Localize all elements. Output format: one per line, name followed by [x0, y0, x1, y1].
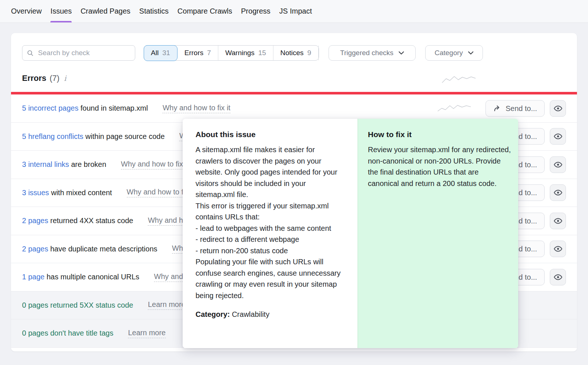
nav-tab-label: Issues [50, 7, 72, 15]
issue-row-controls: Send to... [438, 100, 566, 117]
segment-label: Notices [280, 49, 304, 57]
eye-icon [553, 132, 563, 141]
segment-count: 9 [307, 49, 311, 57]
view-issue-button[interactable] [550, 100, 566, 117]
view-issue-button[interactable] [550, 156, 566, 173]
nav-tab[interactable]: Statistics [139, 0, 169, 22]
eye-icon [553, 216, 563, 225]
issue-text: 2 pages have duplicate meta descriptions [22, 245, 157, 253]
issue-description: with mixed content [49, 189, 112, 197]
issue-text: 5 incorrect pages found in sitemap.xml [22, 104, 148, 112]
nav-tab-label: Statistics [139, 7, 169, 15]
view-issue-button[interactable] [550, 128, 566, 145]
nav-tab[interactable]: JS Impact [279, 0, 312, 22]
issue-count-link[interactable]: 1 page [22, 273, 44, 281]
issue-details-popup: About this issue A sitemap.xml file make… [183, 119, 518, 348]
share-arrow-icon [493, 104, 502, 112]
eye-icon [553, 272, 563, 282]
top-nav: Overview Issues Crawled Pages Statistics… [0, 0, 588, 23]
eye-icon [553, 104, 563, 113]
how-to-fix-panel: How to fix it Review your sitemap.xml fo… [358, 119, 518, 348]
about-issue-panel: About this issue A sitemap.xml file make… [183, 119, 358, 348]
segment-label: Errors [184, 49, 204, 57]
issue-help-link[interactable]: Learn more [148, 300, 185, 310]
triggered-checks-dropdown[interactable]: Triggered checks [329, 45, 416, 61]
issue-count-link[interactable]: 5 incorrect pages [22, 104, 78, 112]
nav-tab[interactable]: Progress [241, 0, 270, 22]
issue-text: 1 page has multiple canonical URLs [22, 273, 139, 281]
segment-count: 7 [207, 49, 211, 57]
errors-section-divider [11, 92, 577, 94]
about-issue-title: About this issue [196, 130, 342, 139]
nav-tab-label: Crawled Pages [80, 7, 130, 15]
errors-title: Errors [22, 74, 46, 83]
segment-label: Warnings [225, 49, 255, 57]
segment-label: All [151, 49, 159, 57]
issue-description: returned 4XX status code [48, 217, 133, 225]
view-issue-button[interactable] [550, 185, 566, 201]
nav-tab[interactable]: Overview [11, 0, 42, 22]
about-issue-body: A sitemap.xml file makes it easier for c… [196, 144, 342, 301]
issue-text: 3 issues with mixed content [22, 189, 112, 197]
issue-count-link[interactable]: 2 pages [22, 217, 48, 225]
issue-help-link[interactable]: Why and how to fix it [121, 160, 189, 169]
segment-count: 15 [258, 49, 266, 57]
view-issue-button[interactable] [550, 212, 566, 229]
severity-segment[interactable]: Errors7 [178, 46, 218, 60]
chevron-down-icon [468, 51, 474, 55]
issue-help-link[interactable]: Why and how to fix it [162, 104, 230, 113]
eye-icon [553, 188, 563, 197]
nav-tab-label: Progress [241, 7, 270, 15]
issue-category-value: Crawlability [232, 310, 269, 318]
issue-trend-sparkline-icon [438, 104, 471, 113]
issue-text: 3 internal links are broken [22, 160, 106, 169]
severity-filter: All31 Errors7 Warnings15 Notices9 [144, 45, 319, 61]
severity-segment[interactable]: Notices9 [273, 46, 319, 60]
view-issue-button[interactable] [550, 269, 566, 285]
info-icon[interactable]: i [63, 74, 66, 83]
issue-description: are broken [69, 160, 106, 168]
category-dropdown-label: Category [434, 49, 463, 57]
eye-icon [553, 160, 563, 169]
errors-heading: Errors (7) i [22, 74, 66, 83]
issue-text: 0 pages don't have title tags [22, 329, 113, 337]
issue-description: don't have title tags [48, 329, 113, 337]
issue-help-link[interactable]: Learn more [128, 329, 165, 338]
chevron-down-icon [398, 51, 404, 55]
issue-description: has multiple canonical URLs [44, 273, 139, 281]
triggered-checks-label: Triggered checks [340, 49, 393, 57]
errors-trend-sparkline-icon [442, 75, 476, 84]
search-icon [27, 49, 34, 57]
category-dropdown[interactable]: Category [425, 45, 483, 61]
issue-description: have duplicate meta descriptions [48, 245, 157, 253]
nav-tab-label: JS Impact [279, 7, 312, 15]
issue-count-link[interactable]: 0 pages [22, 329, 48, 337]
view-issue-button[interactable] [550, 241, 566, 257]
issue-count-link[interactable]: 5 hreflang conflicts [22, 132, 83, 140]
how-to-fix-title: How to fix it [368, 130, 512, 139]
issue-description: found in sitemap.xml [78, 104, 148, 112]
segment-count: 31 [162, 49, 170, 57]
nav-tab-label: Overview [11, 7, 42, 15]
nav-tab[interactable]: Compare Crawls [178, 0, 232, 22]
search-input[interactable] [37, 49, 130, 57]
severity-segment[interactable]: All31 [144, 45, 178, 61]
nav-tab[interactable]: Issues [50, 0, 72, 22]
search-box[interactable] [22, 45, 135, 61]
severity-segment[interactable]: Warnings15 [218, 46, 273, 60]
issue-count-link[interactable]: 3 internal links [22, 160, 69, 168]
send-to-label: Send to... [506, 104, 537, 112]
issue-text: 0 pages returned 5XX status code [22, 301, 133, 309]
issue-text: 2 pages returned 4XX status code [22, 217, 133, 225]
eye-icon [553, 244, 563, 254]
issue-count-link[interactable]: 0 pages [22, 301, 48, 309]
issue-count-link[interactable]: 2 pages [22, 245, 48, 253]
issue-category: Category: Crawlability [196, 310, 342, 319]
nav-tab[interactable]: Crawled Pages [80, 0, 130, 22]
how-to-fix-body: Review your sitemap.xml for any redirect… [368, 144, 512, 189]
nav-tab-label: Compare Crawls [178, 7, 232, 15]
issue-description: within page source code [83, 132, 165, 140]
issue-count-link[interactable]: 3 issues [22, 189, 49, 197]
issue-description: returned 5XX status code [48, 301, 133, 309]
send-to-button[interactable]: Send to... [485, 100, 545, 117]
